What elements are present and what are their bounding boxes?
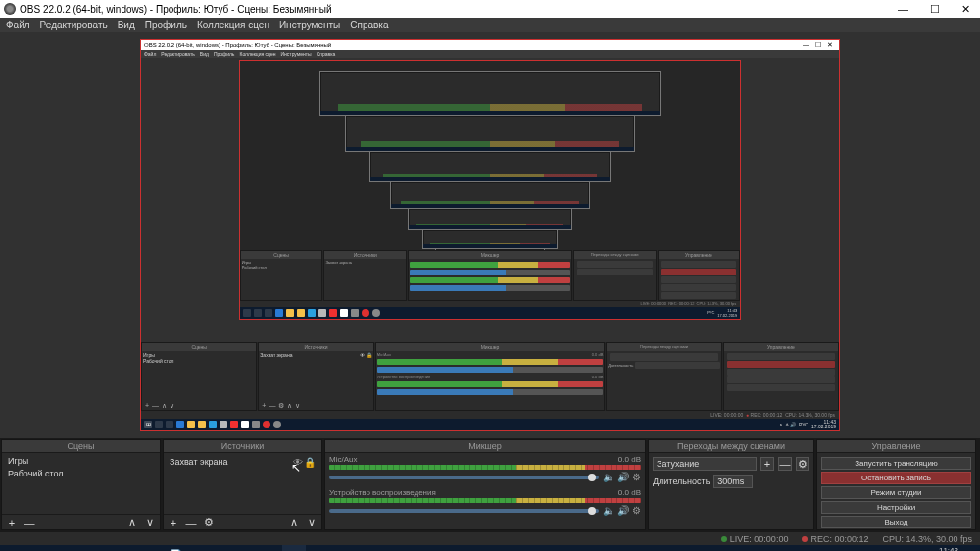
volume-slider[interactable] [329, 476, 599, 479]
menubar: Файл Редактировать Вид Профиль Коллекция… [0, 18, 980, 32]
preview-area[interactable]: OBS 22.0.2 (64-bit, windows) - Профиль: … [0, 32, 980, 438]
window-minimize-button[interactable]: — [892, 3, 914, 16]
scenes-list[interactable]: Игры Рабочий стол [2, 453, 160, 514]
dock-transitions-header: Переходы между сценами [649, 440, 813, 453]
taskbar-mail-icon[interactable]: ✉ [212, 545, 235, 551]
transition-remove-button[interactable]: — [778, 457, 792, 471]
dock-scenes-header: Сцены [2, 440, 160, 453]
menu-scenes[interactable]: Коллекция сцен [197, 20, 270, 30]
mixer-channel-name: Устройство воспроизведения [329, 488, 436, 497]
stop-recording-button[interactable]: Остановить запись [821, 472, 971, 484]
menu-help[interactable]: Справка [350, 20, 388, 30]
transition-add-button[interactable]: + [760, 457, 774, 471]
source-add-button[interactable]: + [168, 517, 179, 528]
status-rec: REC: 00:00:12 [810, 534, 868, 544]
menu-edit[interactable]: Редактировать [40, 20, 108, 30]
transition-duration-label: Длительность [653, 476, 710, 486]
menu-tools[interactable]: Инструменты [279, 20, 340, 30]
scene-remove-button[interactable]: — [24, 517, 35, 528]
source-item-label: Захват экрана [170, 456, 228, 469]
mixer-channel-db: 0.0 dB [618, 488, 641, 497]
exit-button[interactable]: Выход [821, 516, 971, 528]
audio-meter [329, 498, 641, 503]
transition-duration-input[interactable]: 300ms [713, 475, 753, 488]
dock-mixer: Микшер Mic/Aux0.0 dB 🔈 🔊 ⚙ Устройство во… [324, 439, 646, 530]
obs-logo-icon [4, 3, 16, 15]
mini-title: OBS 22.0.2 (64-bit, windows) - Профиль: … [144, 42, 331, 48]
scene-add-button[interactable]: + [6, 517, 18, 528]
sources-list[interactable]: Захват экрана 👁 🔒 ↖ [164, 453, 321, 514]
dock-scenes: Сцены Игры Рабочий стол + — ∧ ∨ [1, 439, 161, 530]
mixer-channel: Mic/Aux0.0 dB 🔈 🔊 ⚙ [329, 455, 641, 482]
menu-profile[interactable]: Профиль [145, 20, 187, 30]
taskbar-search-icon[interactable]: ⌕ [24, 545, 47, 551]
taskbar-rec-icon[interactable]: ● [259, 545, 282, 551]
dock-controls: Управление Запустить трансляцию Останови… [816, 439, 976, 530]
taskbar-skype-icon[interactable]: S [141, 545, 165, 551]
scene-up-button[interactable]: ∧ [126, 517, 138, 528]
source-settings-button[interactable]: ⚙ [203, 517, 215, 528]
studio-mode-button[interactable]: Режим студии [821, 486, 971, 499]
speaker-icon[interactable]: 🔊 [617, 505, 629, 516]
dock-sources: Источники Захват экрана 👁 🔒 ↖ + — ⚙ ∧ ∨ [163, 439, 322, 530]
source-remove-button[interactable]: — [185, 517, 197, 528]
scene-item[interactable]: Рабочий стол [6, 468, 156, 480]
taskbar-obs-icon[interactable]: ◎ [282, 545, 306, 551]
docks-row: Сцены Игры Рабочий стол + — ∧ ∨ Источник… [0, 438, 980, 531]
mixer-channel-db: 0.0 dB [618, 455, 641, 464]
menu-file[interactable]: Файл [6, 20, 30, 30]
lock-toggle-icon[interactable]: 🔒 [304, 456, 316, 469]
window-titlebar: OBS 22.0.2 (64-bit, windows) - Профиль: … [0, 0, 980, 18]
taskbar-store-icon[interactable]: 🛍 [118, 545, 141, 551]
taskbar-steam-icon[interactable]: ⟳ [235, 545, 259, 551]
window-maximize-button[interactable]: ☐ [924, 3, 946, 16]
taskbar-edge-icon[interactable]: e [71, 545, 94, 551]
gear-icon[interactable]: ⚙ [632, 505, 641, 516]
dock-transitions: Переходы между сценами Затухание + — ⚙ Д… [648, 439, 814, 530]
taskbar-notes-icon[interactable]: 📄 [165, 545, 188, 551]
taskbar-taskview-icon[interactable]: ▭ [47, 545, 71, 551]
taskbar-explorer-icon[interactable]: 🗀 [94, 545, 118, 551]
dock-sources-header: Источники [164, 440, 321, 453]
status-live: LIVE: 00:00:00 [730, 534, 789, 544]
captured-screen: OBS 22.0.2 (64-bit, windows) - Профиль: … [141, 40, 839, 430]
cursor-icon: ↖ [291, 461, 301, 475]
mute-icon[interactable]: 🔈 [603, 505, 614, 516]
window-close-button[interactable]: ✕ [956, 3, 976, 16]
status-cpu: CPU: 14.3%, 30.00 fps [882, 534, 972, 544]
taskbar-yandex-icon[interactable]: Y [188, 545, 212, 551]
transition-settings-button[interactable]: ⚙ [796, 457, 809, 471]
audio-meter [329, 465, 641, 470]
mute-icon[interactable]: 🔈 [603, 472, 614, 482]
rec-indicator-icon [802, 536, 808, 542]
window-title: OBS 22.0.2 (64-bit, windows) - Профиль: … [20, 4, 332, 15]
mixer-channel: Устройство воспроизведения0.0 dB 🔈 🔊 ⚙ [329, 488, 641, 516]
windows-taskbar: ⊞⌕▭e🗀🛍S📄Y✉⟳●◎ ∧ ⋔ 🔊 РУС 11:4317.02.2019 … [0, 545, 980, 551]
source-down-button[interactable]: ∨ [306, 517, 318, 528]
settings-button[interactable]: Настройки [821, 501, 971, 514]
volume-slider[interactable] [329, 509, 599, 513]
speaker-icon[interactable]: 🔊 [617, 472, 629, 482]
dock-mixer-header: Микшер [325, 440, 645, 453]
dock-controls-header: Управление [817, 440, 975, 453]
scene-down-button[interactable]: ∨ [144, 517, 156, 528]
taskbar-start-icon[interactable]: ⊞ [0, 545, 24, 551]
scene-item[interactable]: Игры [6, 455, 156, 468]
tray-clock[interactable]: 11:4317.02.2019 [919, 546, 958, 551]
transition-select[interactable]: Затухание [653, 457, 757, 471]
mixer-channel-name: Mic/Aux [329, 455, 357, 464]
source-up-button[interactable]: ∧ [288, 517, 300, 528]
start-streaming-button[interactable]: Запустить трансляцию [821, 457, 971, 470]
preview-source-bounds[interactable]: OBS 22.0.2 (64-bit, windows) - Профиль: … [140, 39, 840, 431]
live-indicator-icon [721, 536, 727, 542]
status-bar: LIVE: 00:00:00 REC: 00:00:12 CPU: 14.3%,… [0, 531, 980, 545]
menu-view[interactable]: Вид [118, 20, 135, 30]
gear-icon[interactable]: ⚙ [632, 472, 641, 482]
